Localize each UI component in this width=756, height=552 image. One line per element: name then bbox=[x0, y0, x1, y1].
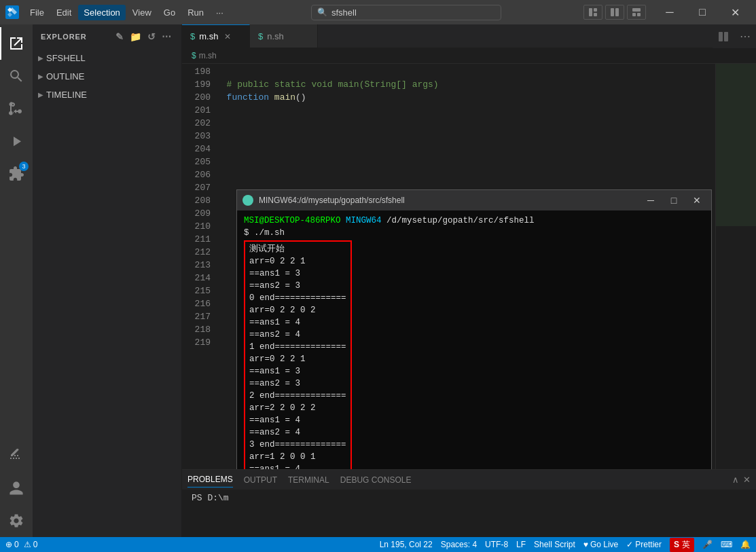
ln-col-label: Ln 195, Col 22 bbox=[380, 540, 433, 549]
panel-tab-terminal[interactable]: TERMINAL bbox=[288, 473, 329, 487]
line-numbers: 198 199 200 201 202 203 204 205 206 207 … bbox=[182, 64, 216, 469]
warning-count: 0 bbox=[33, 540, 38, 549]
terminal-command: $ ./m.sh bbox=[244, 227, 704, 239]
bottom-panel: PROBLEMS OUTPUT TERMINAL DEBUG CONSOLE ∧… bbox=[182, 469, 756, 537]
panel-close[interactable]: ✕ bbox=[743, 475, 751, 485]
code-line-202 bbox=[216, 117, 715, 130]
line-num: 207 bbox=[182, 181, 211, 194]
code-line-203 bbox=[216, 130, 715, 143]
status-encoding[interactable]: UTF-8 bbox=[485, 540, 508, 549]
line-num: 205 bbox=[182, 155, 211, 168]
status-spaces[interactable]: Spaces: 4 bbox=[441, 540, 477, 549]
line-num: 215 bbox=[182, 284, 211, 297]
line-num: 208 bbox=[182, 194, 211, 207]
error-count: 0 bbox=[14, 540, 19, 549]
panel-content[interactable]: PS D:\m bbox=[182, 490, 756, 537]
svg-rect-4 bbox=[615, 8, 619, 16]
panel-tab-problems[interactable]: PROBLEMS bbox=[187, 472, 233, 487]
msh-dollar: $ bbox=[190, 31, 195, 41]
window-controls: ─ □ ✕ bbox=[651, 0, 751, 24]
activity-extensions[interactable]: 3 bbox=[0, 158, 33, 190]
terminal-title: MINGW64:/d/mysetup/gopath/src/sfshell bbox=[259, 196, 636, 205]
activity-search[interactable] bbox=[0, 60, 33, 92]
menu-selection[interactable]: Selection bbox=[78, 5, 125, 20]
panel-chevron-up[interactable]: ∧ bbox=[732, 475, 739, 485]
status-bar: ⊕ 0 ⚠ 0 Ln 195, Col 22 Spaces: 4 UTF-8 L… bbox=[0, 537, 756, 552]
status-prettier[interactable]: ✓ Prettier bbox=[626, 540, 662, 549]
menu-run[interactable]: Run bbox=[182, 5, 209, 20]
status-ln-col[interactable]: Ln 195, Col 22 bbox=[380, 540, 433, 549]
split-editor-button[interactable] bbox=[713, 24, 734, 48]
tab-nsh[interactable]: $ n.sh bbox=[250, 24, 318, 48]
status-notification[interactable]: 🔔 bbox=[740, 540, 751, 549]
terminal-close-button[interactable]: ✕ bbox=[688, 191, 706, 209]
minimize-button[interactable]: ─ bbox=[654, 0, 685, 24]
main-layout: 3 EXPLORER ✎ 📁 ↺ ⋯ ▶ SFSHELL bbox=[0, 24, 756, 537]
activity-source-control[interactable] bbox=[0, 92, 33, 125]
menu-go[interactable]: Go bbox=[158, 5, 181, 20]
breadcrumb-dollar: $ bbox=[192, 51, 196, 60]
menu-more[interactable]: ··· bbox=[211, 5, 229, 20]
outline-header[interactable]: ▶ OUTLINE bbox=[33, 69, 181, 84]
search-box[interactable]: 🔍 bbox=[311, 5, 501, 20]
term-out-16: ==ans2 = 4 bbox=[249, 426, 346, 439]
terminal-app-icon bbox=[242, 195, 253, 206]
menu-view[interactable]: View bbox=[127, 5, 157, 20]
code-line-201 bbox=[216, 104, 715, 117]
golive-label: Go Live bbox=[590, 540, 618, 549]
more-actions-button[interactable]: ⋯ bbox=[734, 24, 756, 48]
status-keyboard[interactable]: ⌨ bbox=[721, 540, 732, 549]
status-errors[interactable]: ⊕ 0 ⚠ 0 bbox=[5, 540, 37, 549]
layout-btn-3[interactable] bbox=[627, 5, 646, 20]
term-out-4: ==ans2 = 3 bbox=[249, 280, 346, 292]
timeline-header[interactable]: ▶ TIMELINE bbox=[33, 87, 181, 103]
panel-tab-output[interactable]: OUTPUT bbox=[244, 473, 277, 487]
maximize-button[interactable]: □ bbox=[687, 0, 718, 24]
term-out-18: arr=1 2 0 0 1 bbox=[249, 451, 346, 463]
terminal-minimize-button[interactable]: ─ bbox=[642, 191, 660, 209]
code-line-205 bbox=[216, 155, 715, 168]
activity-explorer[interactable] bbox=[0, 27, 33, 60]
layout-btn-1[interactable] bbox=[583, 5, 602, 20]
sfshell-header[interactable]: ▶ SFSHELL bbox=[33, 50, 181, 66]
term-out-9: 1 end============== bbox=[249, 341, 346, 353]
term-dollar: $ ./m.sh bbox=[244, 228, 285, 238]
code-line-200: function main() bbox=[216, 91, 715, 104]
new-folder-icon[interactable]: 📁 bbox=[128, 30, 143, 43]
svg-rect-9 bbox=[724, 32, 728, 41]
menu-edit[interactable]: Edit bbox=[51, 5, 77, 20]
layout-btn-2[interactable] bbox=[605, 5, 624, 20]
tab-msh-close[interactable]: ✕ bbox=[222, 31, 233, 42]
terminal-body[interactable]: MSI@DESKTOP-486RPKO MINGW64 /d/mysetup/g… bbox=[237, 210, 711, 469]
warning-icon: ⚠ bbox=[24, 540, 31, 549]
svg-rect-6 bbox=[632, 13, 636, 16]
sidebar-header-icons: ✎ 📁 ↺ ⋯ bbox=[114, 30, 173, 43]
search-input[interactable] bbox=[331, 7, 481, 18]
spaces-label: Spaces: 4 bbox=[441, 540, 477, 549]
line-num: 213 bbox=[182, 259, 211, 272]
status-eol[interactable]: LF bbox=[516, 540, 526, 549]
svg-rect-7 bbox=[637, 13, 641, 16]
status-language[interactable]: Shell Script bbox=[534, 540, 575, 549]
activity-account[interactable] bbox=[0, 472, 33, 504]
terminal-restore-button[interactable]: □ bbox=[665, 191, 683, 209]
error-icon: ⊕ bbox=[5, 540, 12, 549]
input-method-indicator[interactable]: S 英 bbox=[670, 538, 694, 552]
line-num: 202 bbox=[182, 117, 211, 130]
panel-tab-debug[interactable]: DEBUG CONSOLE bbox=[340, 473, 412, 487]
menu-file[interactable]: File bbox=[24, 5, 50, 20]
status-golive[interactable]: ♥ Go Live bbox=[583, 540, 618, 549]
refresh-icon[interactable]: ↺ bbox=[146, 30, 158, 43]
tab-msh[interactable]: $ m.sh ✕ bbox=[182, 24, 250, 48]
close-button[interactable]: ✕ bbox=[719, 0, 751, 24]
svg-rect-2 bbox=[594, 13, 597, 16]
status-mic[interactable]: 🎤 bbox=[702, 540, 713, 549]
activity-docker[interactable] bbox=[0, 439, 33, 472]
line-num: 200 bbox=[182, 91, 211, 104]
activity-run-debug[interactable] bbox=[0, 125, 33, 158]
line-num: 217 bbox=[182, 310, 211, 323]
prettier-label: Prettier bbox=[635, 540, 662, 549]
new-file-icon[interactable]: ✎ bbox=[114, 30, 126, 43]
activity-settings[interactable] bbox=[0, 504, 33, 537]
collapse-icon[interactable]: ⋯ bbox=[160, 30, 173, 43]
